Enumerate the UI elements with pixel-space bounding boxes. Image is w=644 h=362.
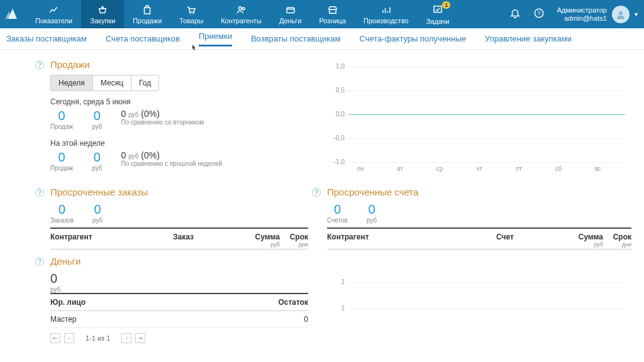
notifications-button[interactable] [503, 8, 527, 21]
nav-sales[interactable]: Продажи [124, 0, 170, 28]
svg-point-3 [242, 7, 245, 9]
overdue-bills-header: Контрагент Счет Суммаруб Срокдни [327, 228, 631, 250]
tasks-badge: 1 [442, 1, 450, 9]
cart-icon [185, 4, 197, 16]
user-menu[interactable]: Администраторadmin@hats1 ▾ [551, 6, 644, 23]
topbar-right: ? Администраторadmin@hats1 ▾ [503, 0, 644, 28]
svg-rect-5 [434, 6, 441, 12]
pager-last[interactable]: ⇥ [135, 333, 145, 343]
sales-widget: ? Продажи Неделя Месяц Год Сегодня, сред… [50, 59, 308, 180]
sub-orders[interactable]: Заказы поставщикам [6, 34, 87, 43]
sub-manage[interactable]: Управление закупками [485, 34, 572, 43]
chevron-down-icon: ▾ [635, 11, 638, 18]
nav-purchases[interactable]: Закупки [81, 0, 124, 28]
main-nav: Показатели Закупки Продажи Товары Контра… [26, 0, 458, 28]
seg-month[interactable]: Месяц [93, 75, 131, 90]
svg-point-2 [238, 6, 242, 9]
cursor-pointer-icon [189, 43, 199, 53]
help-sales[interactable]: ? [35, 60, 44, 69]
bell-icon [509, 8, 521, 19]
store-icon [326, 4, 339, 16]
sub-factures[interactable]: Счета-фактуры полученные [359, 34, 466, 43]
svg-point-1 [193, 13, 194, 14]
seg-year[interactable]: Год [131, 75, 158, 90]
user-name: Администратор [557, 6, 607, 14]
seg-week[interactable]: Неделя [51, 75, 93, 90]
people-icon [235, 4, 248, 16]
topbar: Показатели Закупки Продажи Товары Контра… [0, 0, 644, 28]
week-count: 0 [50, 150, 73, 165]
nav-indicators[interactable]: Показатели [26, 0, 81, 28]
chart-line-icon [48, 4, 60, 16]
svg-point-8 [619, 11, 623, 14]
table-row[interactable]: Мастер 0 [50, 311, 308, 328]
period-segment: Неделя Месяц Год [50, 75, 159, 91]
overdue-bills-widget: ? Просроченные счета 0Счетов 0руб Контра… [327, 187, 631, 250]
bar-chart-icon [380, 4, 392, 16]
today-caption: Сегодня, среда 5 июня [50, 97, 308, 106]
logo-icon [4, 6, 21, 23]
wallet-icon [284, 4, 297, 16]
sub-invoices[interactable]: Счета поставщиков [106, 34, 180, 43]
sales-title: Продажи [50, 59, 308, 70]
pager-first[interactable]: ⇤ [50, 333, 60, 343]
money-widget: ? Деньги 0 руб Юр. лицо Остаток Мастер 0… [50, 256, 308, 343]
nav-money[interactable]: Деньги [270, 0, 311, 28]
user-login: admin@hats1 [557, 14, 607, 23]
sub-receipts[interactable]: Приемки [199, 31, 232, 47]
help-icon: ? [533, 8, 545, 19]
nav-retail[interactable]: Розница [310, 0, 355, 28]
pager: ⇤ ‹ 1-1 из 1 › ⇥ [50, 333, 308, 343]
user-icon [615, 9, 626, 20]
money-chart: 1 1 [327, 275, 631, 325]
help-button[interactable]: ? [527, 8, 551, 21]
help-money[interactable]: ? [35, 257, 44, 266]
week-sum: 0 [92, 150, 102, 165]
bag-icon [141, 4, 153, 16]
today-sum: 0 [92, 109, 102, 123]
sub-returns[interactable]: Возвраты поставщикам [251, 34, 341, 43]
help-overdue-bills[interactable]: ? [312, 188, 321, 197]
week-caption: На этой неделе [50, 139, 308, 148]
today-count: 0 [50, 109, 73, 123]
nav-tasks[interactable]: 1Задачи [418, 0, 458, 28]
overdue-orders-header: Контрагент Заказ Суммаруб Срокдни [50, 228, 308, 250]
money-header: Юр. лицо Остаток [50, 293, 308, 311]
nav-counterparties[interactable]: Контрагенты [212, 0, 270, 28]
svg-point-0 [190, 13, 191, 14]
chart-zero-line [348, 114, 625, 115]
pager-next[interactable]: › [121, 333, 131, 343]
nav-production[interactable]: Производство [355, 0, 418, 28]
basket-in-icon [96, 4, 109, 16]
svg-text:?: ? [537, 10, 540, 16]
avatar [612, 6, 630, 23]
sales-chart: 1,0 0,5 0,0 -0,5 -1,0 пн вт ср чт пт сб … [327, 59, 631, 172]
submenu: Заказы поставщикам Счета поставщиков При… [0, 28, 644, 50]
nav-goods[interactable]: Товары [170, 0, 212, 28]
overdue-orders-widget: ? Просроченные заказы 0Заказов 0руб Конт… [50, 187, 308, 250]
pager-prev[interactable]: ‹ [64, 333, 74, 343]
help-overdue-orders[interactable]: ? [35, 188, 44, 197]
svg-rect-4 [287, 8, 294, 13]
